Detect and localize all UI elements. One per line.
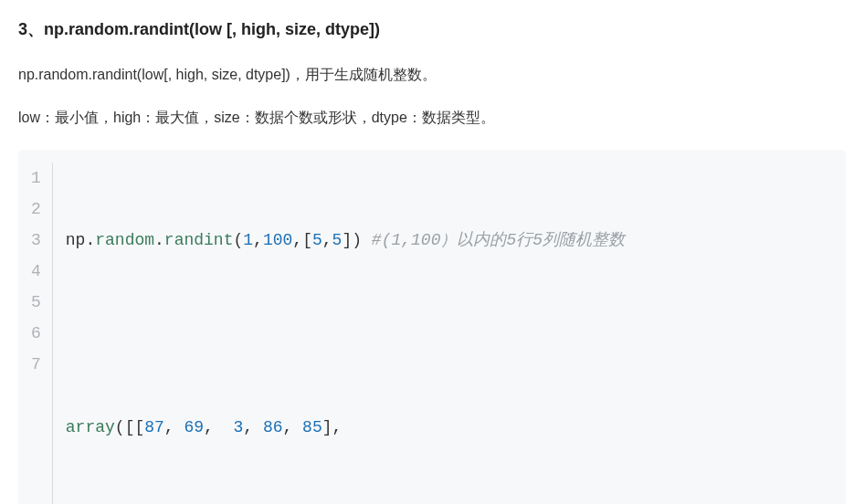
token-number: 87 bbox=[144, 418, 164, 436]
token-punc: ) bbox=[352, 231, 362, 249]
token-punc: , bbox=[243, 418, 263, 436]
token-number: 1 bbox=[243, 231, 253, 249]
token-punc: , bbox=[283, 418, 303, 436]
line-number: 1 bbox=[31, 163, 41, 194]
code-content: np.random.randint(1,100,[5,5]) #(1,100）以… bbox=[53, 163, 625, 504]
token-func: random bbox=[95, 231, 154, 249]
token-punc: , bbox=[164, 418, 184, 436]
description-para-2: low：最小值，high：最大值，size：数据个数或形状，dtype：数据类型… bbox=[18, 106, 846, 130]
line-number: 7 bbox=[31, 349, 41, 380]
token-func: randint bbox=[164, 231, 234, 249]
section-heading: 3、np.random.randint(low [, high, size, d… bbox=[18, 16, 846, 43]
code-block: 1 2 3 4 5 6 7 np.random.randint(1,100,[5… bbox=[18, 150, 846, 504]
token-func: array bbox=[66, 418, 115, 436]
description-para-1: np.random.randint(low[, high, size, dtyp… bbox=[18, 63, 846, 87]
token-space bbox=[362, 231, 372, 249]
token-punc: , bbox=[253, 231, 263, 249]
token-punc: [ bbox=[302, 231, 312, 249]
line-number: 6 bbox=[31, 318, 41, 349]
token-number: 5 bbox=[332, 231, 342, 249]
token-comment: #(1,100）以内的5行5列随机整数 bbox=[372, 231, 625, 249]
code-gutter: 1 2 3 4 5 6 7 bbox=[18, 163, 53, 504]
token-punc: , bbox=[204, 418, 233, 436]
token-number: 3 bbox=[233, 418, 243, 436]
token-ident: np bbox=[66, 231, 86, 249]
token-number: 5 bbox=[312, 231, 322, 249]
token-punc: , bbox=[292, 231, 302, 249]
token-number: 85 bbox=[302, 418, 322, 436]
token-number: 69 bbox=[184, 418, 204, 436]
code-line bbox=[66, 319, 625, 350]
token-punc: , bbox=[322, 231, 332, 249]
line-number: 4 bbox=[31, 256, 41, 287]
line-number: 5 bbox=[31, 287, 41, 318]
token-punc: . bbox=[154, 231, 164, 249]
token-punc: ([[ bbox=[115, 418, 144, 436]
line-number: 2 bbox=[31, 194, 41, 225]
token-number: 86 bbox=[263, 418, 283, 436]
token-punc: ] bbox=[342, 231, 352, 249]
token-punc: ( bbox=[233, 231, 243, 249]
code-line: np.random.randint(1,100,[5,5]) #(1,100）以… bbox=[66, 225, 625, 256]
token-number: 100 bbox=[263, 231, 292, 249]
token-punc: ], bbox=[322, 418, 342, 436]
token-punc: . bbox=[85, 231, 95, 249]
code-line: array([[87, 69, 3, 86, 85], bbox=[66, 412, 625, 443]
line-number: 3 bbox=[31, 225, 41, 256]
